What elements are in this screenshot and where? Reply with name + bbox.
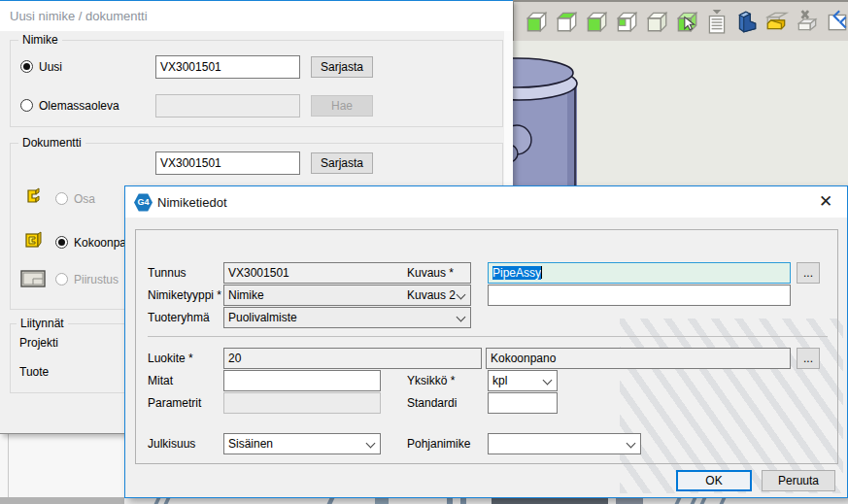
text-caret <box>541 266 542 279</box>
select-solid-icon[interactable] <box>674 8 699 35</box>
parametrit-label: Parametrit <box>148 396 201 410</box>
mitat-label: Mitat <box>148 374 173 387</box>
radio-olemassaoleva[interactable] <box>20 99 33 112</box>
radio-piirustus <box>55 273 68 286</box>
kuvaus-selected-text: PipeAssy <box>492 266 541 280</box>
parametrit-input <box>223 392 381 414</box>
background-window-area <box>0 434 124 504</box>
nimike-group-label: Nimike <box>18 33 62 47</box>
mitat-input[interactable] <box>223 370 381 391</box>
part-icon <box>23 186 43 206</box>
kuvaus2-input[interactable] <box>488 285 791 306</box>
separator <box>148 336 828 337</box>
dokumentti-input[interactable]: VX3001501 <box>155 151 300 175</box>
tunnus-label: Tunnus <box>148 266 187 280</box>
radio-uusi-label: Uusi <box>39 60 62 74</box>
bg-dialog-titlebar[interactable]: Uusi nimike / dokumentti <box>0 1 513 31</box>
julkisuus-value: Sisäinen <box>228 437 273 451</box>
liitynnat-group-label: Liitynnät <box>17 317 68 330</box>
shaded-cube-icon[interactable] <box>524 8 549 35</box>
hae-button: Hae <box>311 95 373 117</box>
projekti-label: Projekti <box>19 336 58 350</box>
fields-panel: Tunnus VX3001501 Nimiketyyppi * Nimike T… <box>135 229 838 464</box>
sarjasta-button-nimike[interactable]: Sarjasta <box>311 56 373 78</box>
cylinder-model-icon <box>513 41 848 187</box>
background-artifact <box>0 497 124 504</box>
solid-box-icon[interactable] <box>644 8 669 35</box>
cube-top-face-icon[interactable] <box>554 8 579 35</box>
fg-dialog-titlebar[interactable]: G4 Nimiketiedot ✕ <box>125 186 847 218</box>
pohjanimike-select[interactable] <box>488 433 641 454</box>
radio-uusi[interactable] <box>20 60 33 73</box>
yksikko-select[interactable]: kpl <box>488 370 558 391</box>
kuvaus-input[interactable]: PipeAssy <box>488 262 791 284</box>
luokite-name-field: Kokoonpano <box>486 348 791 369</box>
luokite-code-field: 20 <box>223 348 482 369</box>
background-artifact <box>8 434 9 497</box>
sarjasta-button-dokumentti[interactable]: Sarjasta <box>311 152 373 174</box>
radio-kokoonpano[interactable] <box>55 236 68 249</box>
nimiketyyppi-label: Nimiketyyppi * <box>148 288 221 302</box>
pohjanimike-label: Pohjanimike <box>407 437 470 451</box>
assembly-icon <box>23 230 43 250</box>
radio-olemassaoleva-label: Olemassaoleva <box>39 99 119 113</box>
cube-side-face-icon[interactable] <box>584 8 609 35</box>
cad-toolbar <box>513 0 848 41</box>
standardi-input[interactable] <box>488 392 558 414</box>
ok-button[interactable]: OK <box>676 470 752 491</box>
dokumentti-group-label: Dokumentti <box>18 136 85 150</box>
olemassaoleva-input <box>155 94 300 118</box>
standardi-label: Standardi <box>407 396 457 410</box>
import-geometry-icon[interactable] <box>825 8 848 35</box>
close-icon[interactable]: ✕ <box>816 192 835 212</box>
fg-dialog-title: Nimiketiedot <box>157 195 227 210</box>
blue-part-icon[interactable] <box>734 8 760 35</box>
cube-corner-face-icon[interactable] <box>614 8 639 35</box>
tuoteryhma-select[interactable]: Puolivalmiste <box>223 307 471 328</box>
tuoteryhma-label: Tuoteryhmä <box>148 311 210 324</box>
radio-osa-label: Osa <box>74 192 95 206</box>
chevron-down-icon <box>457 313 466 322</box>
kuvaus-browse-button[interactable]: ... <box>797 262 820 284</box>
chevron-down-icon <box>366 439 376 449</box>
yksikko-label: Yksikkö * <box>407 374 455 387</box>
bg-dialog-title: Uusi nimike / dokumentti <box>10 9 148 23</box>
radio-piirustus-label: Piirustus <box>74 273 119 286</box>
kuvaus2-label: Kuvaus 2 <box>407 288 456 302</box>
kuvaus-label: Kuvaus * <box>407 266 454 280</box>
chevron-down-icon <box>457 290 466 300</box>
chevron-down-icon <box>627 439 636 449</box>
yksikko-value: kpl <box>492 374 507 387</box>
luokite-browse-button[interactable]: ... <box>797 348 820 369</box>
delete-solid-icon[interactable] <box>795 8 820 35</box>
g4-logo-icon: G4 <box>134 193 153 212</box>
julkisuus-select[interactable]: Sisäinen <box>223 433 381 454</box>
cad-viewport[interactable] <box>513 41 848 187</box>
uusi-input[interactable]: VX3001501 <box>155 55 300 79</box>
nimiketyyppi-value: Nimike <box>228 288 264 302</box>
drawing-icon <box>20 269 46 288</box>
nimiketiedot-dialog: G4 Nimiketiedot ✕ Tunnus VX3001501 Nimik… <box>124 185 848 498</box>
tuote-label: Tuote <box>19 365 49 379</box>
radio-osa <box>55 192 68 205</box>
feature-list-icon[interactable] <box>704 8 729 35</box>
peruuta-button[interactable]: Peruuta <box>762 470 835 491</box>
julkisuus-label: Julkisuus <box>148 437 195 451</box>
tuoteryhma-value: Puolivalmiste <box>228 311 297 324</box>
workplane-icon[interactable] <box>764 8 790 35</box>
chevron-down-icon <box>543 376 553 386</box>
background-artifact-strip <box>124 498 848 504</box>
luokite-label: Luokite * <box>148 352 193 365</box>
